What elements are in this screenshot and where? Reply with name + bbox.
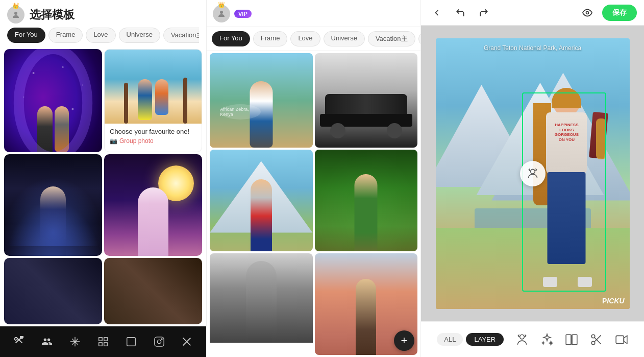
svg-rect-6 bbox=[99, 338, 102, 341]
right-top-bar: 保存 bbox=[421, 0, 644, 26]
eye-icon bbox=[582, 8, 592, 18]
canvas-wrapper: Grand Teton National Park, America HAPPI… bbox=[436, 38, 630, 309]
scissor-icon bbox=[13, 336, 24, 347]
card-text: Choose your favourite one! bbox=[110, 128, 196, 135]
tab-creative[interactable]: Creativ... bbox=[418, 31, 420, 46]
svg-point-0 bbox=[14, 12, 17, 15]
left-grid: Choose your favourite one! 📷 Group photo bbox=[0, 47, 206, 326]
person-silhouette-1 bbox=[37, 106, 53, 152]
list-item[interactable]: African Zebra, Kenya bbox=[210, 53, 313, 148]
people-icon bbox=[41, 336, 53, 347]
back-button[interactable] bbox=[428, 4, 445, 21]
svg-point-3 bbox=[82, 85, 83, 86]
video-tool-button[interactable] bbox=[615, 333, 628, 346]
all-button[interactable]: ALL bbox=[437, 333, 463, 346]
list-item[interactable] bbox=[4, 258, 102, 324]
tag-universe[interactable]: Universe bbox=[119, 28, 160, 43]
redo-button[interactable] bbox=[475, 4, 492, 21]
right-bottom-bar: ALL LAYER bbox=[421, 321, 644, 357]
effects-icon bbox=[540, 333, 554, 346]
person-subject: HAPPINESSLOOKSGORGEOUSON YOU bbox=[527, 88, 606, 287]
middle-tabs: For You Frame Love Universe Vacation主 Cr… bbox=[207, 27, 420, 51]
crown-icon-mid: 👑 bbox=[218, 2, 225, 8]
svg-rect-9 bbox=[104, 343, 107, 346]
tab-love[interactable]: Love bbox=[290, 31, 320, 46]
left-panel: 👑 选择模板 For You Frame Love Universe Vacat… bbox=[0, 0, 207, 357]
redo-icon bbox=[479, 8, 489, 18]
watermark: PICKU bbox=[602, 297, 625, 305]
tab-for-you[interactable]: For You bbox=[212, 31, 250, 46]
avatar-middle: 👑 bbox=[213, 5, 230, 22]
group-photo-label: Group photo bbox=[119, 137, 154, 145]
list-item[interactable]: Choose your favourite one! 📷 Group photo bbox=[104, 49, 202, 152]
layer-button[interactable]: LAYER bbox=[466, 333, 504, 346]
tag-vacation[interactable]: Vacation主 bbox=[163, 28, 199, 43]
group-photo-icon: 📷 bbox=[110, 137, 117, 145]
svg-rect-7 bbox=[104, 338, 107, 341]
tag-love[interactable]: Love bbox=[86, 28, 115, 43]
snowflake-button[interactable] bbox=[69, 336, 81, 347]
grid-icon bbox=[97, 336, 109, 347]
list-item[interactable] bbox=[315, 150, 418, 251]
save-button[interactable]: 保存 bbox=[602, 5, 637, 21]
list-item[interactable] bbox=[210, 253, 313, 355]
watermark-text: PICKU bbox=[602, 297, 625, 305]
list-item[interactable] bbox=[4, 154, 102, 256]
square-icon bbox=[126, 336, 137, 347]
split-tool-button[interactable] bbox=[565, 333, 578, 346]
middle-grid: African Zebra, Kenya bbox=[207, 51, 420, 357]
people-button[interactable] bbox=[41, 336, 53, 347]
list-item[interactable] bbox=[104, 258, 202, 324]
back-icon bbox=[432, 8, 442, 18]
tab-universe[interactable]: Universe bbox=[324, 31, 365, 46]
face-swap-button[interactable] bbox=[520, 161, 546, 186]
list-item[interactable] bbox=[315, 53, 418, 148]
scissor-button[interactable] bbox=[13, 336, 24, 347]
svg-rect-27 bbox=[616, 336, 624, 343]
face-icon bbox=[526, 167, 539, 180]
left-header: 👑 选择模板 For You Frame Love Universe Vacat… bbox=[0, 0, 206, 47]
svg-point-17 bbox=[586, 11, 589, 14]
tag-for-you[interactable]: For You bbox=[7, 28, 45, 43]
video-icon bbox=[615, 333, 628, 346]
svg-point-19 bbox=[520, 335, 525, 339]
list-item[interactable] bbox=[104, 154, 202, 256]
square-button[interactable] bbox=[126, 336, 137, 347]
eye-button[interactable] bbox=[579, 4, 596, 21]
svg-rect-11 bbox=[154, 337, 163, 346]
list-item[interactable] bbox=[210, 150, 313, 251]
split-icon bbox=[565, 333, 578, 346]
instagram-button[interactable] bbox=[154, 336, 165, 347]
svg-rect-21 bbox=[572, 335, 577, 345]
add-icon: + bbox=[401, 334, 408, 347]
svg-point-5 bbox=[71, 108, 73, 110]
close-button[interactable] bbox=[181, 336, 192, 347]
add-button[interactable]: + bbox=[394, 330, 414, 351]
middle-header: 👑 VIP bbox=[207, 0, 420, 27]
person-tool-button[interactable] bbox=[515, 333, 529, 346]
svg-point-16 bbox=[220, 11, 223, 14]
tab-frame[interactable]: Frame bbox=[253, 31, 288, 46]
group-photo-button[interactable]: 📷 Group photo bbox=[110, 137, 196, 145]
close-icon bbox=[181, 336, 192, 347]
svg-rect-8 bbox=[99, 343, 102, 346]
svg-rect-10 bbox=[127, 338, 136, 346]
layer-toggle-group: ALL LAYER bbox=[437, 333, 504, 346]
left-title-row: 👑 选择模板 bbox=[7, 6, 199, 23]
person-tool-icon bbox=[515, 333, 529, 346]
tab-vacation[interactable]: Vacation主 bbox=[368, 31, 415, 46]
user-icon-mid bbox=[217, 9, 226, 18]
undo-button[interactable] bbox=[452, 4, 469, 21]
cut-icon bbox=[590, 333, 603, 346]
effects-tool-button[interactable] bbox=[540, 333, 554, 346]
instagram-icon bbox=[154, 336, 165, 347]
grid-button[interactable] bbox=[97, 336, 109, 347]
person-silhouette-2 bbox=[55, 106, 69, 152]
right-panel: 保存 Grand Teton National Park, America bbox=[421, 0, 644, 357]
list-item[interactable] bbox=[4, 49, 102, 152]
left-panel-title: 选择模板 bbox=[30, 7, 75, 22]
svg-point-18 bbox=[530, 169, 535, 174]
safari-label: African Zebra, Kenya bbox=[220, 107, 261, 117]
tag-frame[interactable]: Frame bbox=[48, 28, 83, 43]
cut-tool-button[interactable] bbox=[590, 333, 603, 346]
